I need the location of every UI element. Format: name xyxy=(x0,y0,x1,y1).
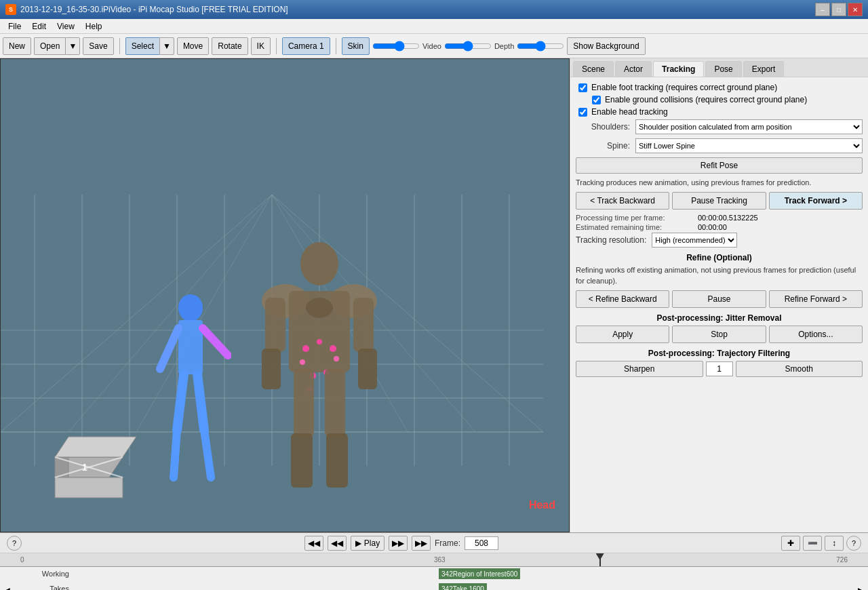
zoom-in-button[interactable]: ✚ xyxy=(781,536,800,551)
working-track: Working 342 Region of Interest 600 xyxy=(20,567,848,581)
open-dropdown-arrow[interactable]: ▼ xyxy=(65,37,80,55)
estimated-remaining-row: Estimated remaining time: 00:00:00 xyxy=(576,223,863,231)
enable-foot-tracking-checkbox[interactable] xyxy=(578,83,587,92)
go-end-button[interactable]: ▶▶ xyxy=(412,536,431,551)
svg-line-23 xyxy=(160,328,178,369)
track-forward-button[interactable]: Track Forward > xyxy=(769,192,863,210)
play-icon: ▶ xyxy=(355,538,361,548)
head-label: Head xyxy=(529,499,555,511)
show-background-button[interactable]: Show Background xyxy=(567,37,645,55)
shoulders-select[interactable]: Shoulder position calculated from arm po… xyxy=(635,119,863,134)
sharpen-button[interactable]: Sharpen xyxy=(576,361,703,377)
skin-slider-container xyxy=(372,41,420,52)
svg-line-24 xyxy=(203,328,228,355)
track-backward-button[interactable]: < Track Backward xyxy=(576,192,669,210)
stop-button[interactable]: Stop xyxy=(672,326,766,343)
resolution-row: Tracking resolution: Low Medium High (re… xyxy=(576,233,863,248)
apply-button[interactable]: Apply xyxy=(576,326,669,343)
maximize-button[interactable]: □ xyxy=(831,3,846,16)
enable-foot-tracking-row: Enable foot tracking (requires correct g… xyxy=(576,83,863,92)
play-label: Play xyxy=(364,538,380,548)
estimated-remaining-label: Estimated remaining time: xyxy=(576,223,698,231)
refit-pose-button[interactable]: Refit Pose xyxy=(576,157,863,174)
ruler-start: 0 xyxy=(20,556,24,564)
trajectory-filtering-header: Post-processing: Trajectory Filtering xyxy=(576,349,863,358)
working-bar[interactable]: 342 Region of Interest 600 xyxy=(439,568,520,579)
zoom-out-button[interactable]: ➖ xyxy=(803,536,822,551)
spine-select[interactable]: Stiff Lower Spine xyxy=(635,138,863,153)
separator-2 xyxy=(276,38,277,54)
shoulders-row: Shoulders: Shoulder position calculated … xyxy=(576,119,863,134)
menu-edit[interactable]: Edit xyxy=(26,20,52,33)
svg-point-21 xyxy=(178,294,203,321)
skin-slider[interactable] xyxy=(372,41,420,52)
open-button[interactable]: Open xyxy=(34,37,65,55)
svg-line-25 xyxy=(177,374,184,430)
help-right-button[interactable]: ? xyxy=(846,536,861,551)
svg-point-36 xyxy=(330,345,336,352)
tab-pose[interactable]: Pose xyxy=(705,61,741,77)
tracking-resolution-select[interactable]: Low Medium High (recommended) Very High xyxy=(652,233,737,248)
close-button[interactable]: ✕ xyxy=(848,3,863,16)
svg-point-37 xyxy=(300,359,305,365)
pause-tracking-button[interactable]: Pause Tracking xyxy=(672,192,766,210)
box-objects: 1 xyxy=(41,423,177,505)
options-button[interactable]: Options... xyxy=(769,326,863,343)
zoom-fit-button[interactable]: ↕ xyxy=(825,536,844,551)
tab-tracking[interactable]: Tracking xyxy=(653,61,704,77)
frame-input[interactable] xyxy=(465,536,498,550)
select-button[interactable]: Select xyxy=(125,37,159,55)
spine-label: Spine: xyxy=(576,141,630,151)
pause-refine-button[interactable]: Pause xyxy=(672,290,766,308)
depth-slider[interactable] xyxy=(517,41,564,52)
menu-view[interactable]: View xyxy=(52,20,80,33)
takes-track-label: Takes xyxy=(20,585,75,590)
ruler-mid: 363 xyxy=(434,556,446,564)
step-forward-button[interactable]: ▶▶ xyxy=(389,536,408,551)
takes-track: Takes 342 Take 1 600 xyxy=(20,582,848,590)
video-slider[interactable] xyxy=(444,41,492,52)
save-button[interactable]: Save xyxy=(83,37,113,55)
move-button[interactable]: Move xyxy=(177,37,209,55)
viewport[interactable]: 1 Head xyxy=(0,58,570,532)
help-left-button[interactable]: ? xyxy=(7,536,22,551)
tab-bar: Scene Actor Tracking Pose Export xyxy=(570,58,868,77)
timeline-nav-left[interactable]: ◀ xyxy=(3,585,10,590)
tab-actor[interactable]: Actor xyxy=(615,61,652,77)
spine-row: Spine: Stiff Lower Spine xyxy=(576,138,863,153)
svg-rect-49 xyxy=(326,433,348,488)
menu-help[interactable]: Help xyxy=(80,20,108,33)
takes-bar[interactable]: 342 Take 1 600 xyxy=(439,583,487,590)
skin-button[interactable]: Skin xyxy=(342,37,370,55)
refine-backward-button[interactable]: < Refine Backward xyxy=(576,290,669,308)
takes-bar-end: 600 xyxy=(473,585,484,591)
enable-head-tracking-checkbox[interactable] xyxy=(578,108,587,117)
play-button[interactable]: ▶ Play xyxy=(351,536,384,551)
zoom-controls: ✚ ➖ ↕ ? xyxy=(781,536,861,551)
smooth-button[interactable]: Smooth xyxy=(736,361,863,377)
trajectory-value: 1 xyxy=(706,361,733,376)
processing-time-label: Processing time per frame: xyxy=(576,214,698,222)
step-back-button[interactable]: ◀◀ xyxy=(328,536,347,551)
ik-button[interactable]: IK xyxy=(251,37,271,55)
takes-bar-start: 342 xyxy=(441,585,453,591)
menu-file[interactable]: File xyxy=(3,20,26,33)
timeline-nav-right[interactable]: ▶ xyxy=(858,585,865,590)
refine-forward-button[interactable]: Refine Forward > xyxy=(769,290,863,308)
tab-export[interactable]: Export xyxy=(743,61,785,77)
working-track-label: Working xyxy=(20,570,75,578)
new-button[interactable]: New xyxy=(3,37,31,55)
tab-scene[interactable]: Scene xyxy=(573,61,614,77)
trajectory-row: Sharpen 1 Smooth xyxy=(576,361,863,377)
camera-button[interactable]: Camera 1 xyxy=(282,37,330,55)
go-start-button[interactable]: ◀◀ xyxy=(304,536,323,551)
select-dropdown-arrow[interactable]: ▼ xyxy=(159,37,174,55)
svg-line-28 xyxy=(204,430,211,477)
enable-ground-collisions-checkbox[interactable] xyxy=(592,96,601,104)
rotate-button[interactable]: Rotate xyxy=(212,37,248,55)
timeline-ruler: 0 363 726 xyxy=(0,553,868,567)
minimize-button[interactable]: – xyxy=(815,3,830,16)
depth-label: Depth xyxy=(494,42,514,50)
select-dropdown: Select ▼ xyxy=(125,37,174,55)
svg-rect-43 xyxy=(262,349,281,389)
